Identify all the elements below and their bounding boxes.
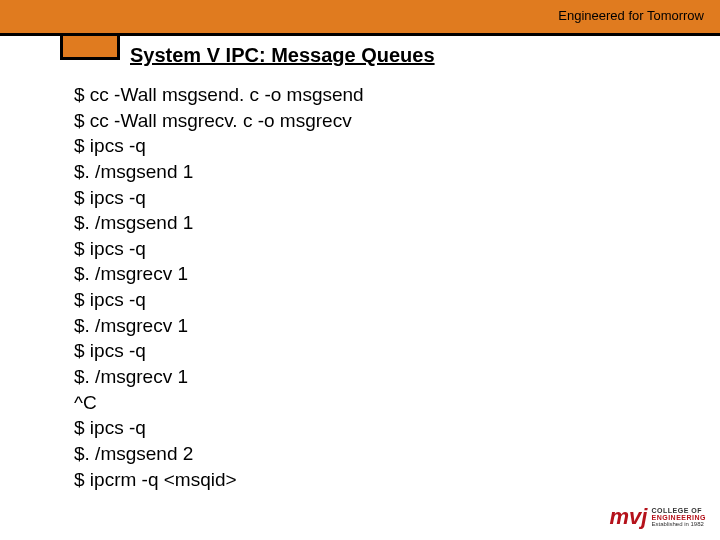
logo: mvj COLLEGE OF ENGINEERING Established i… — [610, 504, 706, 530]
header-bar: Engineered for Tomorrow — [0, 0, 720, 36]
tagline: Engineered for Tomorrow — [558, 8, 704, 23]
logo-line1: COLLEGE OF — [651, 507, 706, 514]
logo-mark: mvj — [610, 504, 648, 530]
logo-line3: Established in 1982 — [651, 521, 706, 527]
logo-text: COLLEGE OF ENGINEERING Established in 19… — [651, 507, 706, 528]
logo-line2: ENGINEERING — [651, 514, 706, 521]
tab-decoration — [60, 36, 120, 60]
slide-title: System V IPC: Message Queues — [130, 44, 435, 67]
code-block: $ cc -Wall msgsend. c -o msgsend $ cc -W… — [74, 82, 364, 492]
